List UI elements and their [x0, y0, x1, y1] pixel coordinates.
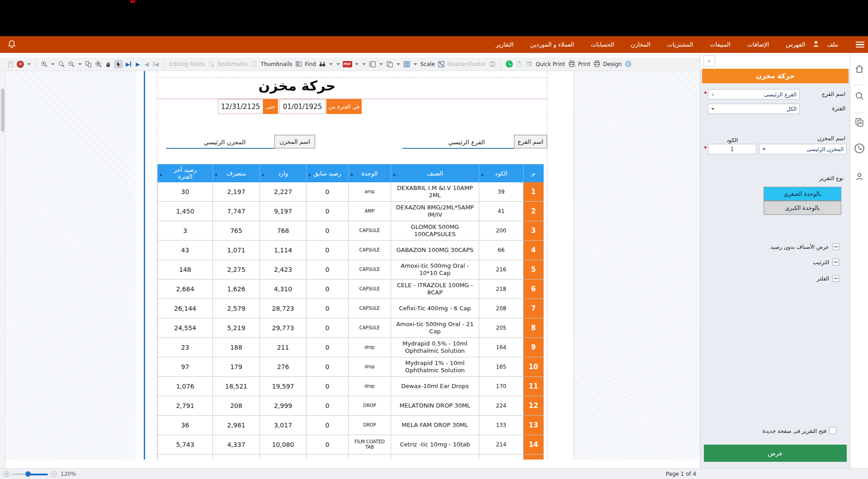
- header-footer-icon[interactable]: [489, 60, 497, 68]
- column-header-closing-balance[interactable]: ▲رصيد أخر الفترة: [157, 164, 213, 182]
- copy-dropdown-icon[interactable]: [379, 63, 383, 65]
- table-settings-icon[interactable]: [525, 60, 533, 68]
- unit-large-button[interactable]: بالوحدة الكبرى: [764, 201, 841, 215]
- code-input[interactable]: 1: [708, 144, 756, 154]
- row-number-cell: 2: [524, 202, 544, 221]
- zoom-out-dropdown-icon[interactable]: [78, 63, 82, 65]
- export-dropdown-icon[interactable]: [355, 63, 359, 65]
- select-tool-icon[interactable]: [114, 60, 123, 68]
- period-select[interactable]: الكل: [708, 104, 800, 114]
- filter-checkbox[interactable]: [832, 275, 839, 282]
- zoom-tool-icon[interactable]: [57, 60, 66, 68]
- scale-button[interactable]: Scale: [420, 61, 435, 67]
- binoculars-icon[interactable]: [318, 60, 326, 68]
- first-page-button[interactable]: ◀: [153, 62, 159, 67]
- home-icon[interactable]: [854, 64, 864, 74]
- page-setup-dropdown-icon[interactable]: [362, 63, 366, 65]
- next-page-button[interactable]: ▶: [126, 62, 131, 67]
- scale-icon[interactable]: [437, 60, 445, 68]
- show-report-button[interactable]: عرض: [704, 445, 847, 462]
- sort-checkbox[interactable]: [832, 259, 839, 266]
- quick-print-button[interactable]: Quick Print: [536, 61, 565, 67]
- column-header-received[interactable]: ▲وارد: [260, 164, 307, 182]
- store-select[interactable]: المخزن الرئيسى: [759, 144, 847, 154]
- page-size-icon[interactable]: [368, 60, 377, 68]
- menu-item-warehouses[interactable]: المخازن: [631, 41, 650, 48]
- thumbnails-button[interactable]: Thumbnails: [261, 61, 292, 67]
- row-number-cell: 6: [524, 280, 544, 299]
- find-button[interactable]: Find: [305, 61, 316, 67]
- table-cell: 4,337: [213, 435, 260, 455]
- user-icon[interactable]: [812, 40, 820, 50]
- menu-item-reports[interactable]: التقارير: [496, 41, 514, 48]
- show-without-balance-checkbox[interactable]: [832, 243, 839, 250]
- zoom-slider-fill[interactable]: [30, 474, 48, 475]
- grid-dropdown-icon[interactable]: [396, 63, 400, 65]
- print-button[interactable]: Print: [578, 61, 590, 67]
- menu-item-customers-suppliers[interactable]: العملاء و الموردين: [530, 41, 574, 48]
- menu-item-accounts[interactable]: الحسابات: [591, 41, 614, 48]
- bookmarks-button[interactable]: Bookmarks: [218, 61, 248, 67]
- column-header-previous-balance[interactable]: ▲رصيد سابق: [307, 164, 349, 182]
- column-header-unit[interactable]: ▲الوحدة: [349, 164, 391, 182]
- zoom-slider-thumb[interactable]: [25, 471, 31, 477]
- column-header-serial[interactable]: م: [524, 164, 544, 182]
- menu-item-file[interactable]: ملف: [827, 41, 838, 48]
- scale-dropdown-icon[interactable]: [414, 63, 417, 65]
- multiple-pages-icon[interactable]: [85, 60, 93, 68]
- vertical-scrollbar[interactable]: [0, 71, 5, 468]
- row-number-cell: [524, 455, 544, 460]
- header-footer-button[interactable]: Header/Footer: [448, 61, 486, 67]
- design-gear-icon[interactable]: [624, 60, 632, 68]
- column-header-item[interactable]: ▲الصنف: [391, 164, 479, 182]
- whatsapp-icon[interactable]: [505, 60, 514, 68]
- table-grid-icon[interactable]: [403, 60, 411, 68]
- unit-small-button[interactable]: بالوحدة الصغرى: [764, 187, 841, 201]
- row-number-cell: 11: [524, 377, 544, 396]
- zoom-slider-track[interactable]: [12, 474, 27, 475]
- document-icon[interactable]: [6, 60, 14, 68]
- dropdown-icon[interactable]: [329, 63, 333, 65]
- zoom-decrease-icon[interactable]: −: [51, 471, 57, 477]
- search-icon[interactable]: [854, 91, 864, 101]
- thumbnails-icon[interactable]: [294, 60, 302, 68]
- forward-page-button[interactable]: ▶: [136, 62, 140, 67]
- previous-page-button[interactable]: ◀: [144, 62, 148, 67]
- table-cell: DROP: [349, 396, 391, 416]
- open-new-page-checkbox[interactable]: [829, 427, 836, 434]
- export-pdf-icon[interactable]: PDF: [343, 61, 352, 67]
- hand-pan-icon[interactable]: [104, 60, 113, 68]
- column-header-code[interactable]: ▲الكود: [479, 164, 524, 182]
- design-button[interactable]: Design: [603, 61, 622, 67]
- menu-item-sales[interactable]: المبيعات: [710, 41, 730, 48]
- notification-bell-icon[interactable]: [7, 40, 16, 51]
- scrollbar-thumb[interactable]: [1, 89, 5, 132]
- close-preview-button[interactable]: ✕: [17, 61, 24, 68]
- menu-item-index[interactable]: الفهرس: [786, 41, 805, 48]
- documents-icon[interactable]: [854, 117, 864, 127]
- zoom-increase-icon[interactable]: +: [4, 471, 10, 477]
- close-dropdown-icon[interactable]: [27, 63, 31, 65]
- copy-pages-icon[interactable]: [386, 60, 394, 68]
- dropdown-icon[interactable]: [336, 63, 340, 65]
- zoom-in-dropdown-icon[interactable]: [51, 63, 55, 65]
- editing-fields-button[interactable]: Editing Fields: [169, 61, 205, 67]
- hamburger-menu-icon[interactable]: [856, 42, 864, 48]
- table-cell: 276: [260, 357, 307, 377]
- clipboard-icon[interactable]: ?: [515, 60, 524, 68]
- menu-item-addons[interactable]: الإضافات: [747, 41, 769, 48]
- zoom-out-icon[interactable]: [67, 60, 75, 68]
- print-icon[interactable]: [593, 60, 601, 68]
- whatsapp-icon[interactable]: [854, 143, 864, 153]
- menu-item-purchases[interactable]: المشتريات: [667, 41, 693, 48]
- column-header-issued[interactable]: ▲منصرف: [213, 164, 260, 182]
- zoom-page-icon[interactable]: [94, 60, 103, 68]
- page-info: Page 1 of 4: [666, 471, 696, 477]
- person-icon[interactable]: [854, 171, 864, 181]
- separator: [853, 85, 866, 85]
- branch-select[interactable]: ∨ الفرع الرئيسى: [708, 89, 800, 100]
- editing-fields-icon[interactable]: [208, 60, 216, 68]
- zoom-in-icon[interactable]: [40, 60, 48, 68]
- bookmarks-icon[interactable]: [250, 60, 259, 68]
- collapse-panel-button[interactable]: ›: [703, 55, 715, 66]
